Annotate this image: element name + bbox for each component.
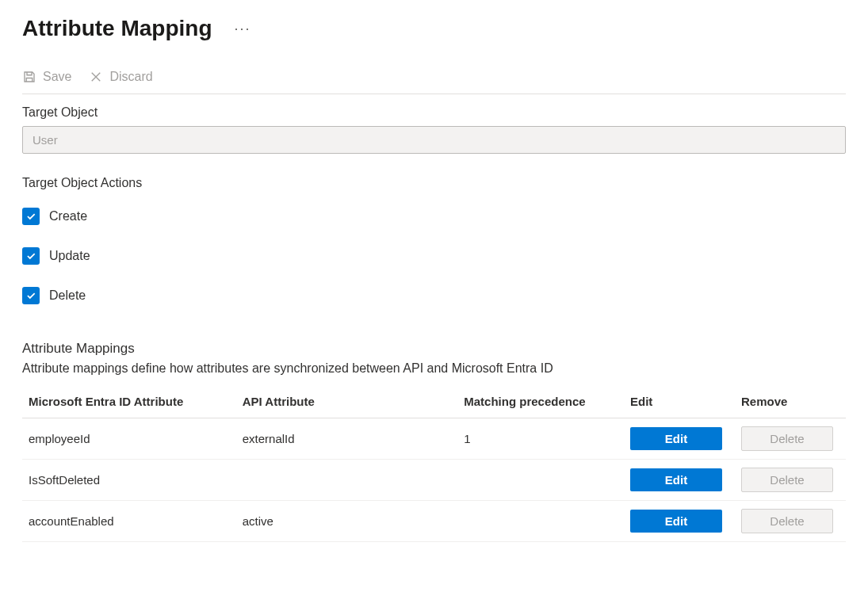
edit-button[interactable]: Edit bbox=[630, 468, 722, 491]
mappings-description: Attribute mappings define how attributes… bbox=[22, 361, 846, 376]
save-button[interactable]: Save bbox=[22, 70, 71, 84]
mappings-table: Microsoft Entra ID Attribute API Attribu… bbox=[22, 387, 846, 542]
target-object-label: Target Object bbox=[22, 105, 846, 120]
close-icon bbox=[89, 70, 103, 84]
delete-button[interactable]: Delete bbox=[741, 509, 833, 533]
cell-precedence bbox=[457, 501, 624, 542]
table-row: accountEnabled active Edit Delete bbox=[22, 501, 846, 542]
check-icon bbox=[25, 250, 36, 262]
toolbar: Save Discard bbox=[22, 70, 846, 94]
cell-api bbox=[236, 460, 458, 501]
col-remove: Remove bbox=[735, 387, 846, 418]
check-icon bbox=[25, 211, 36, 222]
target-actions-section: Target Object Actions Create Update Dele… bbox=[22, 176, 846, 304]
cell-precedence: 1 bbox=[457, 418, 624, 460]
checkbox-delete[interactable] bbox=[22, 287, 40, 304]
checkbox-update[interactable] bbox=[22, 247, 40, 265]
delete-button[interactable]: Delete bbox=[741, 468, 833, 492]
cell-entra: IsSoftDeleted bbox=[22, 460, 236, 501]
target-object-field: Target Object bbox=[22, 105, 846, 154]
checkbox-label-create: Create bbox=[49, 209, 87, 223]
page-title: Attribute Mapping bbox=[22, 16, 212, 41]
edit-button[interactable]: Edit bbox=[630, 510, 722, 533]
table-row: employeeId externalId 1 Edit Delete bbox=[22, 418, 846, 460]
col-matching-precedence: Matching precedence bbox=[457, 387, 624, 418]
mappings-title: Attribute Mappings bbox=[22, 341, 846, 357]
more-icon[interactable]: ··· bbox=[235, 21, 251, 37]
cell-entra: employeeId bbox=[22, 418, 236, 460]
cell-api: externalId bbox=[236, 418, 458, 460]
col-api-attribute: API Attribute bbox=[236, 387, 458, 418]
discard-label: Discard bbox=[109, 70, 152, 84]
check-icon bbox=[25, 290, 36, 301]
cell-api: active bbox=[236, 501, 458, 542]
checkbox-row-create: Create bbox=[22, 208, 846, 225]
discard-button[interactable]: Discard bbox=[89, 70, 152, 84]
checkbox-create[interactable] bbox=[22, 208, 40, 225]
checkbox-row-update: Update bbox=[22, 247, 846, 265]
edit-button[interactable]: Edit bbox=[630, 427, 722, 450]
checkbox-row-delete: Delete bbox=[22, 287, 846, 304]
save-icon bbox=[22, 70, 36, 84]
table-row: IsSoftDeleted Edit Delete bbox=[22, 460, 846, 501]
checkbox-label-update: Update bbox=[49, 249, 90, 263]
checkbox-label-delete: Delete bbox=[49, 288, 86, 303]
save-label: Save bbox=[43, 70, 71, 84]
target-actions-label: Target Object Actions bbox=[22, 176, 846, 190]
delete-button[interactable]: Delete bbox=[741, 426, 833, 451]
col-entra-attribute: Microsoft Entra ID Attribute bbox=[22, 387, 236, 418]
col-edit: Edit bbox=[624, 387, 735, 418]
cell-entra: accountEnabled bbox=[22, 501, 236, 542]
cell-precedence bbox=[457, 460, 624, 501]
target-object-input[interactable] bbox=[22, 126, 846, 154]
